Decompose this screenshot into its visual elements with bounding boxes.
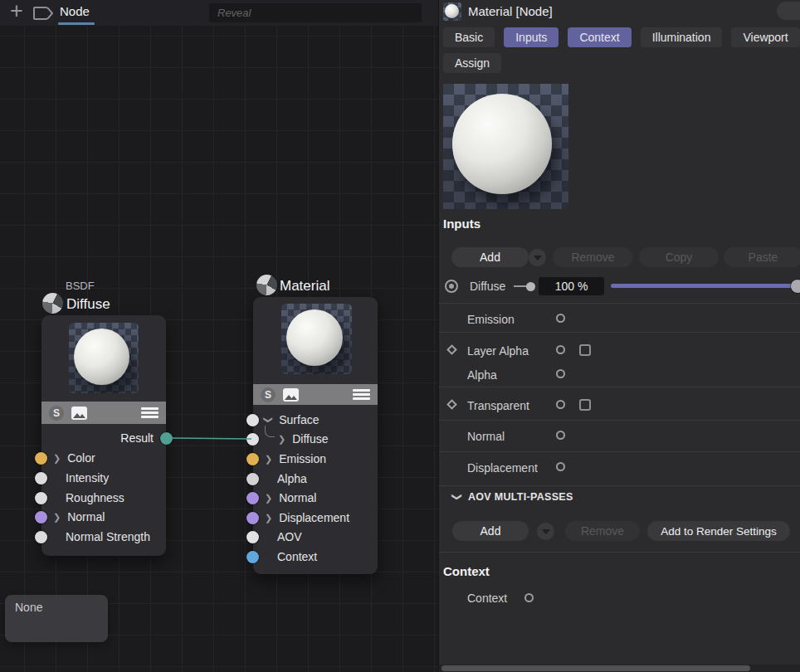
input-port-displacement[interactable]: [246, 512, 259, 524]
input-port-emission[interactable]: [246, 453, 259, 465]
aov-remove-button[interactable]: Remove: [565, 521, 640, 541]
material-preview-image[interactable]: [443, 84, 568, 209]
input-port-normal[interactable]: [35, 511, 47, 523]
tab-context[interactable]: Context: [568, 27, 631, 47]
port-circle-emission[interactable]: [556, 314, 565, 323]
panel-tabs-row-2: Assign: [443, 53, 501, 73]
port-label: Normal: [67, 510, 105, 523]
row-divider: [439, 485, 800, 486]
port-circle-displacement[interactable]: [556, 462, 565, 471]
add-node-icon[interactable]: +: [7, 0, 27, 23]
input-port-roughness[interactable]: [35, 492, 47, 504]
input-port-context[interactable]: [246, 551, 259, 563]
aov-section-heading[interactable]: AOV MULTI-PASSES: [468, 491, 573, 503]
input-port-normal-strength[interactable]: [35, 531, 47, 543]
hamburger-menu-icon[interactable]: [141, 407, 159, 419]
node-preview-thumbnail: [281, 304, 352, 374]
chevron-down-icon[interactable]: ❯: [451, 493, 463, 501]
remove-input-button[interactable]: Remove: [553, 247, 633, 267]
port-row-normal-strength: Normal Strength: [35, 530, 150, 543]
tab-inputs[interactable]: Inputs: [504, 27, 559, 47]
tab-node[interactable]: Node: [60, 4, 90, 18]
image-preview-icon[interactable]: [71, 407, 87, 420]
preview-sphere: [445, 4, 460, 19]
row-divider: [439, 332, 800, 333]
transparent-checkbox[interactable]: [579, 399, 591, 411]
diffuse-slider-handle[interactable]: [791, 280, 800, 293]
status-overlay-none: None: [5, 595, 108, 642]
diamond-icon[interactable]: [446, 399, 457, 410]
solo-icon[interactable]: S: [49, 406, 64, 421]
node-bsdf-diffuse[interactable]: S Result ❯ Color Intensity Roughness: [41, 315, 166, 556]
tab-illumination[interactable]: Illumination: [641, 27, 723, 47]
port-row-emission: ❯ Emission: [246, 452, 326, 465]
preview-sphere: [286, 309, 343, 366]
add-input-dropdown-button[interactable]: [529, 249, 546, 266]
chevron-right-icon[interactable]: ❯: [278, 435, 285, 443]
port-row-alpha: Alpha: [246, 472, 307, 485]
node-space-icon[interactable]: [32, 4, 55, 22]
layer-alpha-checkbox[interactable]: [579, 344, 591, 356]
tab-viewport[interactable]: Viewport: [731, 27, 799, 47]
node-material[interactable]: S ❯ Surface ❯ Diffuse ❯ Emission: [253, 297, 378, 574]
port-label: Normal Strength: [66, 530, 150, 543]
param-label-displacement: Displacement: [467, 461, 538, 475]
copy-input-button[interactable]: Copy: [639, 247, 719, 267]
solo-icon[interactable]: S: [261, 387, 276, 402]
preview-sphere: [74, 329, 129, 385]
node-editor: + Node BSDF Diffuse S: [0, 0, 438, 672]
port-label: Emission: [279, 452, 326, 465]
port-row-diffuse-child: ❯ Diffuse: [246, 432, 329, 446]
port-row-displacement: ❯ Displacement: [246, 511, 349, 524]
input-port-surface[interactable]: [246, 414, 259, 426]
port-circle-alpha[interactable]: [556, 369, 565, 378]
chevron-right-icon[interactable]: ❯: [265, 514, 272, 522]
add-input-button[interactable]: Add: [451, 247, 529, 267]
eye-icon[interactable]: [445, 280, 458, 293]
input-port-diffuse[interactable]: [246, 433, 259, 446]
hamburger-menu-icon[interactable]: [353, 389, 370, 401]
port-row-aov: AOV: [246, 530, 302, 543]
input-port-color[interactable]: [35, 452, 47, 465]
image-preview-icon[interactable]: [283, 388, 299, 402]
inputs-section-heading: Inputs: [443, 217, 480, 231]
port-circle-transparent[interactable]: [556, 400, 565, 409]
port-row-surface: ❯ Surface: [246, 413, 319, 426]
port-circle-normal[interactable]: [556, 431, 565, 440]
input-port-aov[interactable]: [246, 531, 259, 543]
port-row-roughness: Roughness: [35, 491, 124, 504]
chevron-right-icon[interactable]: ❯: [53, 513, 61, 521]
input-port-normal[interactable]: [246, 492, 259, 504]
horizontal-scrollbar-thumb[interactable]: [441, 665, 750, 671]
port-label: Alpha: [277, 472, 307, 485]
row-divider: [439, 387, 800, 387]
diffuse-value-field[interactable]: 100 %: [539, 277, 604, 295]
port-label: Roughness: [66, 491, 124, 504]
chevron-right-icon[interactable]: ❯: [265, 455, 272, 463]
param-label-diffuse: Diffuse: [470, 280, 505, 293]
input-port-intensity[interactable]: [35, 472, 47, 485]
diamond-icon[interactable]: [446, 344, 457, 355]
port-circle-layer-alpha[interactable]: [556, 345, 565, 354]
node-title-diffuse[interactable]: Diffuse: [66, 296, 110, 313]
port-row-result: Result: [120, 431, 173, 445]
aov-add-dropdown-button[interactable]: [537, 523, 554, 540]
diffuse-slider[interactable]: [611, 284, 800, 288]
chevron-right-icon[interactable]: ❯: [265, 494, 272, 502]
input-port-alpha[interactable]: [246, 473, 259, 485]
tab-basic[interactable]: Basic: [443, 27, 495, 47]
paste-input-button[interactable]: Paste: [724, 247, 800, 267]
param-label-context: Context: [467, 592, 507, 605]
chevron-right-icon[interactable]: ❯: [53, 454, 61, 462]
aov-add-button[interactable]: Add: [452, 521, 529, 541]
add-to-render-settings-button[interactable]: Add to Render Settings: [647, 521, 790, 541]
output-port-result[interactable]: [160, 432, 173, 445]
chevron-down-icon[interactable]: ❯: [265, 416, 273, 423]
tab-assign[interactable]: Assign: [443, 53, 501, 73]
connected-port-icon[interactable]: [514, 285, 532, 287]
port-circle-context[interactable]: [524, 593, 534, 602]
panel-corner-button[interactable]: [777, 2, 800, 20]
reveal-search-input[interactable]: [209, 3, 422, 22]
port-label: Diffuse: [292, 432, 328, 446]
node-title-material[interactable]: Material: [280, 278, 329, 295]
